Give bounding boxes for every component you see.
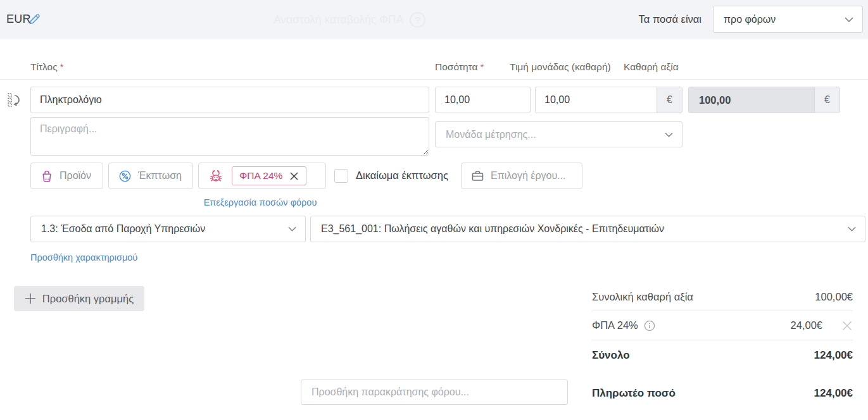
add-line-button[interactable]: Προσθήκη γραμμής bbox=[14, 286, 144, 311]
amounts-are-label: Τα ποσά είναι bbox=[639, 13, 702, 25]
required-marker: * bbox=[480, 61, 484, 72]
quantity-input[interactable] bbox=[435, 87, 531, 113]
drag-reorder-icon[interactable] bbox=[7, 90, 23, 109]
product-button[interactable]: Προϊόν bbox=[30, 163, 103, 189]
totals-panel: Συνολική καθαρή αξία 100,00€ ΦΠΑ 24% 24,… bbox=[592, 283, 853, 407]
net-value-field: 100,00 € bbox=[688, 87, 840, 113]
edit-tax-amounts-link[interactable]: Επεξεργασία ποσών φόρου bbox=[193, 197, 327, 207]
close-icon[interactable] bbox=[289, 171, 299, 181]
payable-amount-value: 124,00€ bbox=[814, 387, 853, 400]
vat-total-value: 24,00€ bbox=[791, 319, 822, 331]
vat-total-row: ΦΠΑ 24% 24,00€ bbox=[592, 311, 853, 340]
edit-pencil-icon[interactable] bbox=[28, 12, 42, 26]
briefcase-icon bbox=[471, 170, 484, 182]
header-title: Τίτλος* bbox=[30, 61, 63, 73]
chevron-down-icon bbox=[288, 226, 296, 232]
info-circle-icon[interactable] bbox=[644, 320, 655, 331]
unit-price-field: € bbox=[535, 87, 682, 113]
grand-total-value: 124,00€ bbox=[814, 349, 853, 362]
header-net-value: Καθαρή αξία bbox=[624, 61, 679, 73]
header-unit-price: Τιμή μονάδας (καθαρή) bbox=[510, 61, 611, 73]
topbar: EUR Αναστολή καταβολής ΦΠΑ ? Τα ποσά είν… bbox=[0, 0, 868, 39]
deduction-right-checkbox[interactable] bbox=[334, 169, 348, 183]
unit-price-input[interactable] bbox=[536, 87, 657, 113]
percent-badge-icon bbox=[118, 170, 132, 183]
amounts-mode-select[interactable]: προ φόρων bbox=[713, 6, 863, 33]
grand-total-label: Σύνολο bbox=[592, 349, 630, 362]
amounts-mode-value: προ φόρων bbox=[724, 14, 845, 25]
invoice-line-editor: EUR Αναστολή καταβολής ΦΠΑ ? Τα ποσά είν… bbox=[0, 0, 868, 420]
payable-amount-label: Πληρωτέο ποσό bbox=[592, 387, 676, 400]
required-marker: * bbox=[60, 61, 64, 72]
chevron-down-icon bbox=[845, 17, 853, 22]
tax-crab-icon bbox=[208, 169, 223, 183]
euro-suffix: € bbox=[814, 87, 840, 113]
withholding-tax-input[interactable] bbox=[301, 380, 568, 405]
description-textarea[interactable] bbox=[30, 117, 429, 156]
vat-suspension-label: Αναστολή καταβολής ΦΠΑ bbox=[274, 13, 403, 27]
row-divider bbox=[0, 79, 868, 80]
unit-of-measure-placeholder: Μονάδα μέτρησης... bbox=[446, 129, 665, 140]
shopping-bag-icon bbox=[41, 170, 53, 183]
income-category-select[interactable]: 1.3: Έσοδα από Παροχή Υπηρεσιών bbox=[30, 216, 306, 242]
add-line-label: Προσθήκη γραμμής bbox=[42, 293, 134, 305]
question-circle-icon: ? bbox=[410, 12, 425, 28]
taxes-group: ΦΠΑ 24% bbox=[198, 163, 326, 189]
deduction-right-label: Δικαίωμα έκπτωσης bbox=[356, 170, 448, 182]
total-net-value: 100,00€ bbox=[815, 291, 853, 303]
euro-suffix: € bbox=[657, 87, 682, 113]
vat-total-label: ΦΠΑ 24% bbox=[592, 319, 638, 331]
discount-button-label: Έκπτωση bbox=[138, 170, 182, 182]
plus-icon bbox=[25, 293, 36, 304]
income-category-value: 1.3: Έσοδα από Παροχή Υπηρεσιών bbox=[41, 223, 288, 235]
chevron-down-icon bbox=[665, 132, 673, 137]
vat-chip-label: ΦΠΑ 24% bbox=[239, 170, 282, 182]
vat-suspension-ghost-option: Αναστολή καταβολής ΦΠΑ ? bbox=[274, 12, 425, 28]
add-characterization-link[interactable]: Προσθήκη χαρακτηρισμού bbox=[30, 252, 137, 262]
vat-chip[interactable]: ΦΠΑ 24% bbox=[232, 166, 306, 185]
project-select-button[interactable]: Επιλογή έργου... bbox=[461, 163, 582, 189]
unit-of-measure-select[interactable]: Μονάδα μέτρησης... bbox=[435, 121, 682, 147]
payable-amount-row: Πληρωτέο ποσό 124,00€ bbox=[592, 380, 853, 407]
project-select-placeholder: Επιλογή έργου... bbox=[491, 170, 565, 182]
chevron-down-icon bbox=[848, 226, 856, 232]
e3-classification-select[interactable]: Ε3_561_001: Πωλήσεις αγαθών και υπηρεσιώ… bbox=[310, 216, 865, 242]
discount-button[interactable]: Έκπτωση bbox=[108, 163, 193, 189]
title-input[interactable] bbox=[30, 87, 429, 113]
net-value-readonly: 100,00 bbox=[689, 87, 814, 113]
e3-classification-value: Ε3_561_001: Πωλήσεις αγαθών και υπηρεσιώ… bbox=[321, 223, 848, 235]
total-net-label: Συνολική καθαρή αξία bbox=[592, 291, 693, 303]
currency-label: EUR bbox=[6, 13, 31, 26]
remove-vat-icon close-icon[interactable] bbox=[841, 320, 853, 331]
product-button-label: Προϊόν bbox=[60, 170, 91, 182]
grand-total-row: Σύνολο 124,00€ bbox=[592, 340, 853, 371]
total-net-row: Συνολική καθαρή αξία 100,00€ bbox=[592, 283, 853, 311]
header-quantity: Ποσότητα* bbox=[435, 61, 484, 73]
